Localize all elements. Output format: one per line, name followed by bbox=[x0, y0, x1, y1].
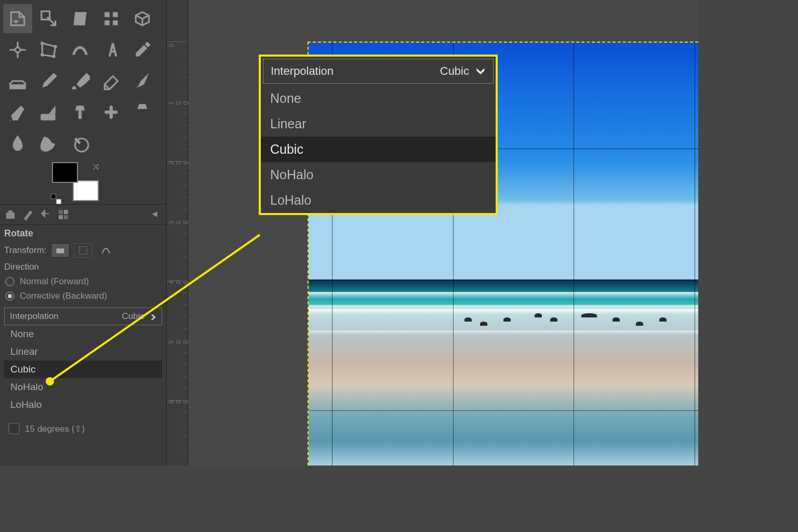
svg-rect-0 bbox=[104, 12, 110, 17]
direction-normal-radio[interactable]: Normal (Forward) bbox=[4, 274, 162, 289]
callout-option-nohalo[interactable]: NoHalo bbox=[261, 162, 496, 188]
fifteen-degrees-checkbox-row[interactable]: 15 degrees (⇧) bbox=[4, 418, 162, 440]
tool-handle-transform[interactable] bbox=[3, 35, 32, 64]
callout-interpolation-label: Interpolation bbox=[271, 64, 334, 78]
tool-color-picker[interactable] bbox=[128, 35, 157, 64]
transform-target-path[interactable] bbox=[97, 243, 115, 258]
svg-rect-2 bbox=[104, 20, 110, 25]
svg-point-5 bbox=[54, 45, 57, 48]
interpolation-option-nohalo[interactable]: NoHalo bbox=[4, 378, 162, 396]
tool-bucket-fill[interactable] bbox=[3, 66, 32, 96]
tool-scale[interactable] bbox=[34, 4, 63, 33]
tool-options-tab-icon[interactable] bbox=[4, 208, 17, 221]
direction-normal-label: Normal (Forward) bbox=[20, 276, 89, 287]
transform-target-layer[interactable] bbox=[51, 243, 70, 258]
callout-option-none[interactable]: None bbox=[261, 86, 496, 111]
ruler-tick-label: 0 bbox=[168, 44, 175, 47]
swap-colors-icon[interactable]: ⤭ bbox=[92, 161, 100, 172]
direction-corrective-radio[interactable]: Corrective (Backward) bbox=[4, 289, 162, 303]
radio-icon bbox=[5, 291, 15, 301]
fg-bg-color-swatch[interactable]: ⤭ bbox=[52, 162, 99, 201]
svg-rect-11 bbox=[110, 105, 113, 118]
callout-option-cubic[interactable]: Cubic bbox=[261, 137, 496, 162]
transform-target-selection[interactable] bbox=[74, 243, 92, 258]
callout-anchor-dot bbox=[46, 377, 54, 385]
tool-dodge-burn[interactable] bbox=[65, 129, 95, 158]
svg-rect-9 bbox=[41, 114, 56, 121]
interpolation-option-linear[interactable]: Linear bbox=[4, 343, 162, 361]
tool-cage[interactable] bbox=[34, 35, 63, 64]
images-tab-icon[interactable] bbox=[57, 208, 70, 221]
svg-rect-8 bbox=[9, 84, 26, 89]
chevron-down-icon: ❯ bbox=[150, 313, 156, 319]
svg-point-4 bbox=[41, 42, 44, 45]
tool-paintbrush[interactable] bbox=[65, 66, 95, 96]
device-status-tab-icon[interactable] bbox=[22, 208, 34, 221]
callout-option-linear[interactable]: Linear bbox=[261, 111, 496, 137]
tool-ink[interactable] bbox=[3, 98, 32, 127]
callout-interpolation-dropdown[interactable]: Interpolation Cubic ❯ bbox=[263, 59, 494, 84]
ruler-tick-label: 600 bbox=[168, 400, 190, 404]
tool-eraser[interactable] bbox=[97, 66, 126, 96]
tool-perspective-clone[interactable] bbox=[128, 98, 157, 127]
ruler-tick-label: 300 bbox=[168, 221, 190, 224]
vertical-ruler: 0 100 200 300 400 500 600 bbox=[166, 0, 188, 466]
tool-perspective[interactable] bbox=[97, 4, 126, 33]
ruler-tick-label: 200 bbox=[168, 161, 190, 165]
interpolation-option-lohalo[interactable]: LoHalo bbox=[4, 396, 162, 414]
svg-rect-13 bbox=[6, 212, 15, 219]
chevron-down-icon: ❯ bbox=[476, 66, 486, 76]
ruler-tick-label: 400 bbox=[168, 281, 190, 284]
tool-heal[interactable] bbox=[97, 98, 126, 127]
interpolation-option-cubic[interactable]: Cubic bbox=[4, 361, 162, 378]
tool-options-panel: Rotate Transform: Direction Normal (Forw… bbox=[0, 225, 166, 443]
svg-rect-20 bbox=[56, 248, 64, 253]
tool-blur[interactable] bbox=[3, 129, 32, 158]
tool-mypaint-brush[interactable] bbox=[34, 98, 63, 127]
direction-label: Direction bbox=[4, 262, 162, 272]
interpolation-current-value: Cubic bbox=[122, 311, 144, 322]
tool-rotate[interactable] bbox=[3, 4, 32, 33]
svg-rect-16 bbox=[59, 210, 63, 214]
callout-interpolation-value: Cubic bbox=[440, 64, 469, 78]
interpolation-dropdown[interactable]: Interpolation Cubic ❯ bbox=[4, 308, 162, 325]
svg-point-7 bbox=[41, 53, 44, 56]
tool-clone[interactable] bbox=[65, 98, 95, 127]
undo-history-tab-icon[interactable] bbox=[39, 208, 52, 221]
interpolation-dropdown-list: None Linear Cubic NoHalo LoHalo bbox=[4, 325, 162, 414]
ruler-tick-label: 500 bbox=[168, 340, 190, 344]
default-colors-icon[interactable] bbox=[51, 194, 59, 202]
panel-menu-icon[interactable]: ◀ bbox=[152, 209, 162, 220]
ruler-tick-label: 100 bbox=[168, 101, 190, 105]
svg-rect-14 bbox=[8, 210, 12, 212]
toolbox-panel: ⤭ ◀ Rotate Transform: Direction Normal (… bbox=[0, 0, 166, 466]
interpolation-option-none[interactable]: None bbox=[4, 325, 162, 343]
fg-color-swatch[interactable] bbox=[52, 162, 78, 183]
svg-rect-1 bbox=[113, 12, 118, 17]
tool-text[interactable] bbox=[97, 35, 126, 64]
tool-shear[interactable] bbox=[65, 4, 95, 33]
svg-rect-17 bbox=[64, 210, 68, 214]
tool-options-tabs: ◀ bbox=[0, 204, 166, 225]
svg-rect-19 bbox=[64, 215, 68, 219]
svg-rect-3 bbox=[113, 20, 118, 25]
transform-label: Transform: bbox=[4, 245, 47, 256]
radio-icon bbox=[5, 277, 15, 286]
tool-smudge[interactable] bbox=[34, 129, 63, 158]
svg-point-6 bbox=[52, 55, 55, 58]
callout-option-lohalo[interactable]: LoHalo bbox=[261, 188, 496, 213]
fifteen-degrees-label: 15 degrees (⇧) bbox=[25, 423, 85, 434]
interpolation-label: Interpolation bbox=[10, 311, 59, 322]
checkbox-icon bbox=[8, 423, 20, 434]
tool-options-title: Rotate bbox=[4, 228, 162, 239]
tool-warp[interactable] bbox=[65, 35, 95, 64]
bg-color-swatch[interactable] bbox=[73, 180, 99, 201]
interpolation-callout: Interpolation Cubic ❯ None Linear Cubic … bbox=[259, 55, 498, 215]
tool-airbrush[interactable] bbox=[128, 66, 157, 96]
tool-3d-transform[interactable] bbox=[128, 4, 157, 33]
svg-rect-18 bbox=[59, 215, 63, 219]
tool-pencil[interactable] bbox=[34, 66, 63, 96]
tool-grid bbox=[0, 0, 166, 162]
direction-corrective-label: Corrective (Backward) bbox=[20, 291, 107, 301]
svg-point-15 bbox=[30, 211, 32, 214]
